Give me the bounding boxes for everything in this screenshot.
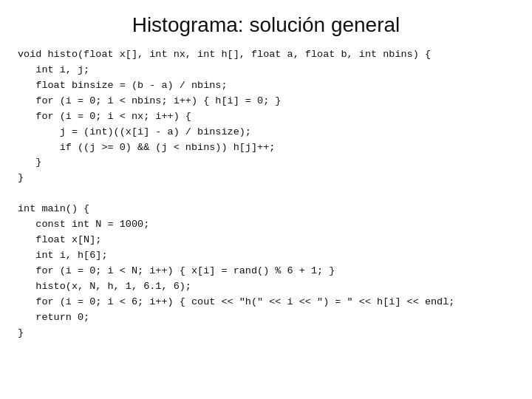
- page-title: Histograma: solución general: [0, 0, 532, 47]
- code-line: const int N = 1000;: [18, 217, 514, 233]
- code-line: histo(x, N, h, 1, 6.1, 6);: [18, 279, 514, 295]
- code-line: j = (int)((x[i] - a) / binsize);: [18, 125, 514, 140]
- code-line: int i, h[6];: [18, 248, 514, 264]
- code-line: void histo(float x[], int nx, int h[], f…: [18, 47, 514, 63]
- code-line: for (i = 0; i < 6; i++) { cout << "h(" <…: [18, 295, 514, 310]
- code-line: }: [18, 326, 514, 341]
- code-line: return 0;: [18, 310, 514, 326]
- code-line: for (i = 0; i < nx; i++) {: [18, 109, 514, 125]
- code-line: for (i = 0; i < N; i++) { x[i] = rand() …: [18, 264, 514, 279]
- code-block: void histo(float x[], int nx, int h[], f…: [0, 47, 532, 341]
- code-line: if ((j >= 0) && (j < nbins)) h[j]++;: [18, 140, 514, 156]
- code-line: for (i = 0; i < nbins; i++) { h[i] = 0; …: [18, 94, 514, 109]
- code-line: float x[N];: [18, 233, 514, 248]
- code-line: int main() {: [18, 202, 514, 217]
- code-line: [18, 186, 514, 202]
- code-line: int i, j;: [18, 63, 514, 78]
- code-line: float binsize = (b - a) / nbins;: [18, 78, 514, 94]
- code-line: }: [18, 171, 514, 186]
- code-line: }: [18, 155, 514, 171]
